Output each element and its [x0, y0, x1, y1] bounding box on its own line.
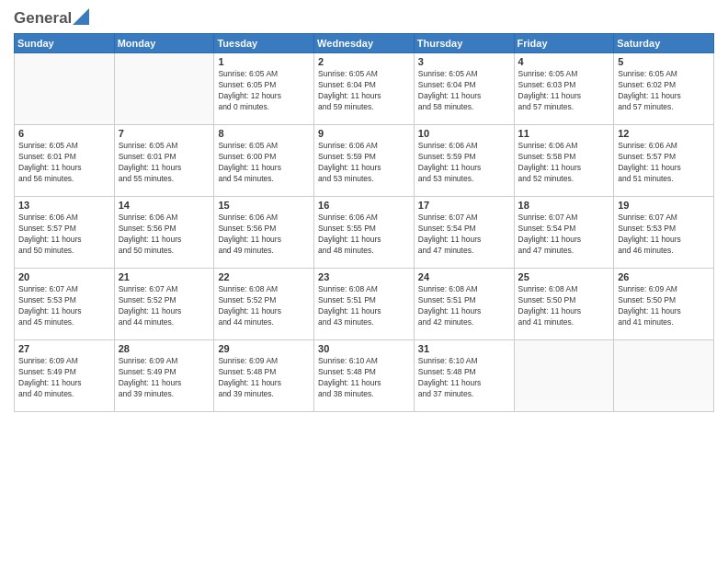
- calendar-week-4: 20Sunrise: 6:07 AM Sunset: 5:53 PM Dayli…: [15, 269, 714, 340]
- day-info: Sunrise: 6:07 AM Sunset: 5:54 PM Dayligh…: [518, 213, 610, 257]
- calendar-cell: 29Sunrise: 6:09 AM Sunset: 5:48 PM Dayli…: [214, 340, 314, 412]
- day-number: 25: [518, 271, 610, 282]
- day-info: Sunrise: 6:06 AM Sunset: 5:57 PM Dayligh…: [18, 213, 110, 257]
- day-info: Sunrise: 6:05 AM Sunset: 6:01 PM Dayligh…: [119, 141, 210, 185]
- calendar-cell: 21Sunrise: 6:07 AM Sunset: 5:52 PM Dayli…: [114, 269, 214, 340]
- calendar-cell: 27Sunrise: 6:09 AM Sunset: 5:49 PM Dayli…: [15, 340, 115, 412]
- calendar-cell: [114, 53, 214, 125]
- logo-triangle-icon: [73, 8, 89, 25]
- day-info: Sunrise: 6:09 AM Sunset: 5:49 PM Dayligh…: [18, 356, 110, 400]
- calendar-cell: 7Sunrise: 6:05 AM Sunset: 6:01 PM Daylig…: [114, 125, 214, 197]
- calendar-cell: 3Sunrise: 6:05 AM Sunset: 6:04 PM Daylig…: [414, 53, 514, 125]
- day-info: Sunrise: 6:06 AM Sunset: 5:59 PM Dayligh…: [418, 141, 510, 185]
- day-number: 4: [518, 56, 610, 67]
- day-number: 21: [119, 271, 210, 282]
- calendar-cell: 19Sunrise: 6:07 AM Sunset: 5:53 PM Dayli…: [614, 197, 714, 269]
- day-info: Sunrise: 6:05 AM Sunset: 6:01 PM Dayligh…: [18, 141, 110, 185]
- day-number: 23: [318, 271, 410, 282]
- weekday-header-thursday: Thursday: [414, 34, 514, 53]
- day-number: 20: [18, 271, 110, 282]
- calendar-cell: [614, 340, 714, 412]
- calendar-cell: [15, 53, 115, 125]
- calendar-cell: 16Sunrise: 6:06 AM Sunset: 5:55 PM Dayli…: [314, 197, 415, 269]
- day-number: 15: [218, 200, 310, 211]
- svg-marker-0: [73, 8, 89, 25]
- day-info: Sunrise: 6:08 AM Sunset: 5:51 PM Dayligh…: [418, 284, 510, 328]
- logo-general-text: General: [14, 9, 72, 28]
- page: General SundayMondayTuesdayWednesdayThur…: [0, 0, 728, 563]
- calendar-week-5: 27Sunrise: 6:09 AM Sunset: 5:49 PM Dayli…: [15, 340, 714, 412]
- day-info: Sunrise: 6:05 AM Sunset: 6:05 PM Dayligh…: [218, 69, 310, 113]
- weekday-header-friday: Friday: [514, 34, 614, 53]
- calendar-cell: 26Sunrise: 6:09 AM Sunset: 5:50 PM Dayli…: [614, 269, 714, 340]
- day-number: 10: [418, 128, 510, 139]
- day-number: 30: [318, 343, 410, 354]
- calendar-cell: 22Sunrise: 6:08 AM Sunset: 5:52 PM Dayli…: [214, 269, 314, 340]
- calendar-cell: 6Sunrise: 6:05 AM Sunset: 6:01 PM Daylig…: [15, 125, 115, 197]
- day-info: Sunrise: 6:09 AM Sunset: 5:50 PM Dayligh…: [618, 284, 710, 328]
- weekday-header-saturday: Saturday: [614, 34, 714, 53]
- calendar-cell: 28Sunrise: 6:09 AM Sunset: 5:49 PM Dayli…: [114, 340, 214, 412]
- day-info: Sunrise: 6:06 AM Sunset: 5:56 PM Dayligh…: [218, 213, 310, 257]
- day-number: 8: [218, 128, 310, 139]
- calendar-cell: 24Sunrise: 6:08 AM Sunset: 5:51 PM Dayli…: [414, 269, 514, 340]
- day-number: 9: [318, 128, 410, 139]
- calendar-week-3: 13Sunrise: 6:06 AM Sunset: 5:57 PM Dayli…: [15, 197, 714, 269]
- day-info: Sunrise: 6:07 AM Sunset: 5:54 PM Dayligh…: [418, 213, 510, 257]
- day-number: 13: [18, 200, 110, 211]
- calendar-cell: 18Sunrise: 6:07 AM Sunset: 5:54 PM Dayli…: [514, 197, 614, 269]
- header: General: [14, 9, 714, 28]
- day-number: 17: [418, 200, 510, 211]
- day-info: Sunrise: 6:09 AM Sunset: 5:49 PM Dayligh…: [119, 356, 210, 400]
- calendar-table: SundayMondayTuesdayWednesdayThursdayFrid…: [14, 33, 714, 412]
- day-number: 26: [618, 271, 710, 282]
- day-info: Sunrise: 6:08 AM Sunset: 5:51 PM Dayligh…: [318, 284, 410, 328]
- day-info: Sunrise: 6:05 AM Sunset: 6:03 PM Dayligh…: [518, 69, 610, 113]
- calendar-cell: 25Sunrise: 6:08 AM Sunset: 5:50 PM Dayli…: [514, 269, 614, 340]
- day-number: 11: [518, 128, 610, 139]
- day-info: Sunrise: 6:10 AM Sunset: 5:48 PM Dayligh…: [418, 356, 510, 400]
- day-info: Sunrise: 6:09 AM Sunset: 5:48 PM Dayligh…: [218, 356, 310, 400]
- calendar-week-1: 1Sunrise: 6:05 AM Sunset: 6:05 PM Daylig…: [15, 53, 714, 125]
- day-number: 22: [218, 271, 310, 282]
- day-number: 18: [518, 200, 610, 211]
- day-info: Sunrise: 6:07 AM Sunset: 5:53 PM Dayligh…: [18, 284, 110, 328]
- day-info: Sunrise: 6:05 AM Sunset: 6:02 PM Dayligh…: [618, 69, 710, 113]
- day-info: Sunrise: 6:05 AM Sunset: 6:04 PM Dayligh…: [318, 69, 410, 113]
- day-number: 24: [418, 271, 510, 282]
- calendar-cell: 13Sunrise: 6:06 AM Sunset: 5:57 PM Dayli…: [15, 197, 115, 269]
- day-info: Sunrise: 6:08 AM Sunset: 5:52 PM Dayligh…: [218, 284, 310, 328]
- day-info: Sunrise: 6:06 AM Sunset: 5:58 PM Dayligh…: [518, 141, 610, 185]
- day-info: Sunrise: 6:08 AM Sunset: 5:50 PM Dayligh…: [518, 284, 610, 328]
- calendar-cell: 12Sunrise: 6:06 AM Sunset: 5:57 PM Dayli…: [614, 125, 714, 197]
- calendar-cell: 20Sunrise: 6:07 AM Sunset: 5:53 PM Dayli…: [15, 269, 115, 340]
- calendar-cell: 17Sunrise: 6:07 AM Sunset: 5:54 PM Dayli…: [414, 197, 514, 269]
- day-number: 28: [119, 343, 210, 354]
- day-number: 16: [318, 200, 410, 211]
- day-number: 12: [618, 128, 710, 139]
- day-info: Sunrise: 6:06 AM Sunset: 5:55 PM Dayligh…: [318, 213, 410, 257]
- calendar-cell: 1Sunrise: 6:05 AM Sunset: 6:05 PM Daylig…: [214, 53, 314, 125]
- calendar-cell: 15Sunrise: 6:06 AM Sunset: 5:56 PM Dayli…: [214, 197, 314, 269]
- day-number: 3: [418, 56, 510, 67]
- day-number: 29: [218, 343, 310, 354]
- day-number: 5: [618, 56, 710, 67]
- day-info: Sunrise: 6:05 AM Sunset: 6:00 PM Dayligh…: [218, 141, 310, 185]
- day-info: Sunrise: 6:05 AM Sunset: 6:04 PM Dayligh…: [418, 69, 510, 113]
- calendar-cell: 11Sunrise: 6:06 AM Sunset: 5:58 PM Dayli…: [514, 125, 614, 197]
- calendar-cell: 14Sunrise: 6:06 AM Sunset: 5:56 PM Dayli…: [114, 197, 214, 269]
- calendar-cell: 8Sunrise: 6:05 AM Sunset: 6:00 PM Daylig…: [214, 125, 314, 197]
- weekday-header-monday: Monday: [114, 34, 214, 53]
- weekday-header-tuesday: Tuesday: [214, 34, 314, 53]
- day-number: 14: [119, 200, 210, 211]
- calendar-cell: 2Sunrise: 6:05 AM Sunset: 6:04 PM Daylig…: [314, 53, 415, 125]
- weekday-header-sunday: Sunday: [15, 34, 115, 53]
- day-number: 19: [618, 200, 710, 211]
- day-number: 7: [119, 128, 210, 139]
- day-info: Sunrise: 6:06 AM Sunset: 5:56 PM Dayligh…: [119, 213, 210, 257]
- calendar-cell: 31Sunrise: 6:10 AM Sunset: 5:48 PM Dayli…: [414, 340, 514, 412]
- day-number: 27: [18, 343, 110, 354]
- weekday-header-wednesday: Wednesday: [314, 34, 415, 53]
- calendar-cell: 30Sunrise: 6:10 AM Sunset: 5:48 PM Dayli…: [314, 340, 415, 412]
- calendar-cell: 10Sunrise: 6:06 AM Sunset: 5:59 PM Dayli…: [414, 125, 514, 197]
